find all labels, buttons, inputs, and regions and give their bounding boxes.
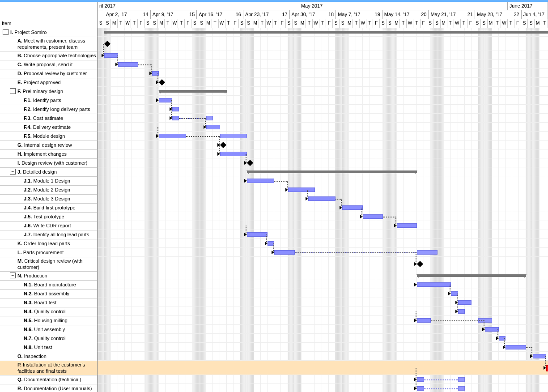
task-bar[interactable] [308, 196, 336, 201]
task-row[interactable]: N.4. Quality control [0, 307, 97, 316]
gantt-row[interactable] [98, 167, 548, 176]
task-row[interactable]: G. Internal design review [0, 141, 97, 150]
gantt-row[interactable] [98, 298, 548, 307]
task-bar[interactable] [247, 232, 268, 237]
task-bar[interactable] [458, 300, 472, 305]
task-row[interactable]: F.2. Identify long delivery parts [0, 105, 97, 114]
task-row[interactable]: K. Order long lead parts [0, 239, 97, 248]
gantt-row[interactable] [98, 352, 548, 361]
gantt-row[interactable] [98, 28, 548, 37]
task-row[interactable]: C. Write proposal, send it [0, 60, 97, 69]
gantt-row[interactable] [98, 384, 548, 392]
task-row[interactable]: J.4. Build first prototype [0, 204, 97, 213]
task-row[interactable]: F.3. Cost estimate [0, 114, 97, 123]
task-bar[interactable] [485, 327, 498, 332]
gantt-row[interactable] [98, 212, 548, 221]
task-bar[interactable] [220, 152, 247, 156]
task-row[interactable]: E. Project approved [0, 78, 97, 87]
collapse-toggle[interactable]: − [10, 169, 16, 175]
task-row[interactable]: H. Implement changes [0, 150, 97, 159]
task-bar[interactable] [274, 250, 295, 255]
task-row[interactable]: R. Documentation (User manuals) [0, 384, 97, 392]
gantt-row[interactable] [98, 87, 548, 96]
milestone-icon[interactable] [104, 41, 110, 47]
task-bar[interactable] [288, 187, 315, 192]
gantt-row[interactable] [98, 69, 548, 78]
task-bar[interactable] [172, 107, 179, 111]
gantt-row[interactable] [98, 239, 548, 248]
milestone-icon[interactable] [159, 79, 165, 85]
task-row[interactable]: −N. Production [0, 272, 97, 281]
task-row[interactable]: J.1. Module 1 Design [0, 177, 97, 186]
gantt-row[interactable] [98, 343, 548, 352]
task-bar[interactable] [417, 282, 451, 287]
task-row[interactable]: I. Design review (with customer) [0, 159, 97, 168]
task-bar[interactable] [342, 205, 363, 210]
gantt-row[interactable] [98, 221, 548, 230]
milestone-icon[interactable] [417, 261, 423, 267]
gantt-row[interactable] [98, 149, 548, 158]
task-bar[interactable] [172, 116, 179, 120]
gantt-row[interactable] [98, 334, 548, 343]
milestone-critical-icon[interactable] [546, 365, 548, 371]
gantt-row[interactable] [98, 257, 548, 271]
gantt-row[interactable] [98, 325, 548, 334]
gantt-row[interactable] [98, 280, 548, 289]
task-bar[interactable] [417, 377, 424, 382]
collapse-toggle[interactable]: − [10, 88, 16, 94]
gantt-row[interactable] [98, 203, 548, 212]
summary-bar[interactable] [159, 90, 227, 93]
task-bar[interactable] [104, 53, 118, 58]
gantt-row[interactable] [98, 123, 548, 132]
task-bar[interactable] [417, 386, 424, 391]
task-bar[interactable] [118, 62, 139, 67]
gantt-row[interactable] [98, 114, 548, 123]
task-row[interactable]: J.5. Test prototype [0, 213, 97, 222]
gantt-row[interactable] [98, 132, 548, 141]
milestone-icon[interactable] [220, 142, 226, 148]
task-bar[interactable] [206, 125, 220, 129]
task-row[interactable]: −J. Detailed design [0, 168, 97, 177]
task-row[interactable]: −F. Preliminary design [0, 87, 97, 96]
task-row[interactable]: N.8. Unit test [0, 343, 97, 352]
task-row[interactable]: L. Parts procurement [0, 248, 97, 257]
task-row[interactable]: J.2. Module 2 Design [0, 186, 97, 195]
task-bar[interactable] [397, 223, 417, 228]
gantt-row[interactable] [98, 105, 548, 114]
task-row[interactable]: N.2. Board assembly [0, 290, 97, 298]
task-row[interactable]: D. Proposal review by customer [0, 69, 97, 78]
gantt-row[interactable] [98, 141, 548, 149]
task-row[interactable]: J.6. Write CDR report [0, 222, 97, 230]
summary-bar[interactable] [417, 274, 526, 277]
task-row[interactable]: N.5. Housing milling [0, 316, 97, 325]
task-bar[interactable] [159, 134, 186, 138]
task-row[interactable]: P. Installation at the customer's facili… [0, 361, 97, 375]
task-bar[interactable] [247, 179, 274, 183]
task-bar[interactable] [458, 309, 465, 314]
task-row[interactable]: F.1. Identify parts [0, 96, 97, 105]
task-bar[interactable] [159, 98, 172, 102]
task-bar[interactable] [533, 354, 546, 358]
gantt-row[interactable] [98, 361, 548, 375]
task-row[interactable]: N.3. Board test [0, 298, 97, 307]
task-row[interactable]: J.3. Module 3 Design [0, 195, 97, 204]
task-bar[interactable] [417, 318, 430, 323]
gantt-row[interactable] [98, 375, 548, 384]
task-row[interactable]: N.1. Board manufacture [0, 281, 97, 290]
task-row[interactable]: J.7. Identify all long lead parts [0, 230, 97, 239]
task-row[interactable]: M. Critical design review (with customer… [0, 257, 97, 272]
collapse-toggle[interactable]: − [10, 273, 16, 278]
task-row[interactable]: N.6. Unit assembly [0, 325, 97, 334]
task-row[interactable]: −I. Project Somiro [0, 28, 97, 37]
task-bar[interactable] [506, 345, 526, 349]
gantt-body[interactable] [98, 28, 548, 392]
gantt-row[interactable] [98, 37, 548, 51]
task-row[interactable]: F.4. Delivery estimate [0, 123, 97, 132]
gantt-row[interactable] [98, 185, 548, 194]
task-row[interactable]: A. Meet with customer, discuss requireme… [0, 37, 97, 51]
gantt-row[interactable] [98, 176, 548, 185]
gantt-row[interactable] [98, 78, 548, 87]
milestone-icon[interactable] [247, 160, 253, 166]
gantt-row[interactable] [98, 271, 548, 280]
gantt-row[interactable] [98, 230, 548, 239]
